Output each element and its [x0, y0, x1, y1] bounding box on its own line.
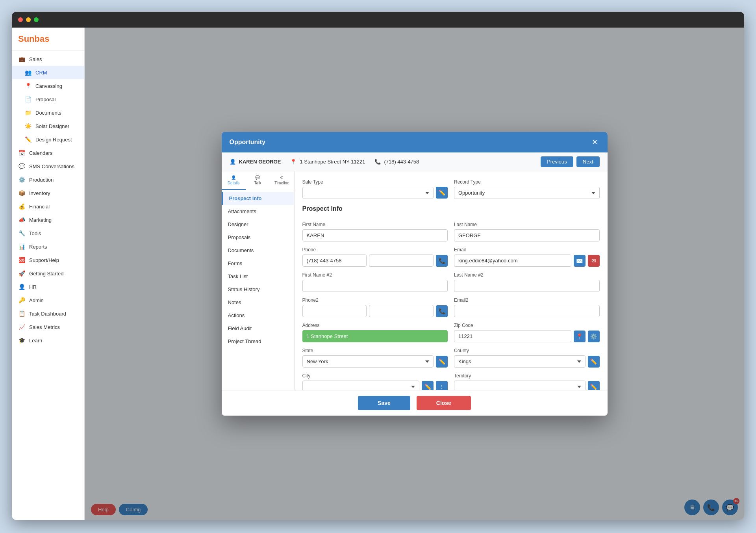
- city-more-button[interactable]: ⋮: [436, 381, 448, 390]
- first-name-input[interactable]: [302, 229, 448, 241]
- sidebar-item-learn[interactable]: 🎓 Learn: [12, 334, 84, 347]
- email-send-button[interactable]: ✉️: [574, 255, 586, 267]
- last-name-input[interactable]: [454, 229, 600, 241]
- nav-item-forms[interactable]: Forms: [222, 257, 294, 270]
- last-name-label: Last Name: [454, 222, 600, 227]
- sale-record-type-row: Sale Type ✏️ Record Type: [302, 179, 600, 199]
- city-select[interactable]: [302, 381, 420, 390]
- location-icon: 📍: [290, 159, 296, 165]
- nav-item-prospect-info[interactable]: Prospect Info: [222, 192, 294, 205]
- phone2-ext-input[interactable]: [369, 305, 434, 317]
- close-dot[interactable]: [18, 17, 23, 22]
- timeline-tab[interactable]: ⏱ Timeline: [270, 171, 294, 190]
- state-edit-button[interactable]: ✏️: [436, 356, 448, 368]
- nav-item-project-thread[interactable]: Project Thread: [222, 335, 294, 348]
- sidebar-item-reports[interactable]: 📊 Reports: [12, 240, 84, 253]
- sms-icon: 💬: [18, 163, 25, 170]
- sidebar-item-admin[interactable]: 🔑 Admin: [12, 293, 84, 307]
- sidebar-item-hr[interactable]: 👤 HR: [12, 280, 84, 293]
- sidebar-item-marketing[interactable]: 📣 Marketing: [12, 213, 84, 227]
- sidebar-item-sms[interactable]: 💬 SMS Conversations: [12, 160, 84, 173]
- nav-item-attachments[interactable]: Attachments: [222, 205, 294, 218]
- sidebar-item-sales[interactable]: 💼 Sales: [12, 52, 84, 66]
- territory-label: Territory: [454, 373, 600, 379]
- phone-call-button[interactable]: 📞: [436, 255, 448, 267]
- modal-close-button[interactable]: ✕: [590, 137, 600, 147]
- close-button[interactable]: Close: [417, 396, 471, 410]
- sidebar-item-production[interactable]: ⚙️ Production: [12, 173, 84, 186]
- phone2-input[interactable]: [302, 305, 367, 317]
- phone-info: 📞 (718) 443-4758: [374, 159, 419, 165]
- zip-map-button[interactable]: 📍: [574, 331, 586, 342]
- city-edit-button[interactable]: ✏️: [422, 381, 434, 390]
- sale-type-select[interactable]: [302, 187, 434, 199]
- sidebar-item-design-request[interactable]: ✏️ Design Request: [12, 133, 84, 146]
- city-label: City: [302, 373, 448, 379]
- sidebar-item-getting-started[interactable]: 🚀 Getting Started: [12, 267, 84, 280]
- email2-input[interactable]: [454, 305, 600, 317]
- person-icon: 👤: [230, 159, 236, 165]
- sidebar-label-calendars: Calendars: [29, 150, 52, 156]
- state-select[interactable]: New York: [302, 355, 434, 368]
- modal-backdrop: Opportunity ✕ 👤 KAREN GEORGE 📍 1 Stanhop…: [85, 28, 744, 520]
- county-edit-button[interactable]: ✏️: [588, 356, 600, 368]
- first-name2-input[interactable]: [302, 280, 448, 292]
- sidebar-item-solar-designer[interactable]: ☀️ Solar Designer: [12, 119, 84, 133]
- phone2-call-button[interactable]: 📞: [436, 305, 448, 317]
- modal-footer: Save Close: [222, 390, 608, 416]
- sidebar-label-sales-metrics: Sales Metrics: [29, 324, 60, 330]
- nav-item-status-history[interactable]: Status History: [222, 283, 294, 296]
- address-input[interactable]: [302, 330, 448, 342]
- nav-item-designer[interactable]: Designer: [222, 218, 294, 231]
- documents-icon: 📁: [24, 109, 32, 116]
- design-request-icon: ✏️: [24, 136, 32, 143]
- nav-item-proposals[interactable]: Proposals: [222, 231, 294, 244]
- next-button[interactable]: Next: [576, 156, 600, 167]
- sidebar-item-financial[interactable]: 💰 Financial: [12, 200, 84, 213]
- maximize-dot[interactable]: [34, 17, 39, 22]
- last-name2-input[interactable]: [454, 280, 600, 292]
- sidebar-item-documents[interactable]: 📁 Documents: [12, 106, 84, 119]
- record-type-select[interactable]: Opportunity Lead Customer: [454, 187, 600, 199]
- sidebar-item-sales-metrics[interactable]: 📈 Sales Metrics: [12, 320, 84, 334]
- sidebar-item-proposal[interactable]: 📄 Proposal: [12, 93, 84, 106]
- territory-select[interactable]: [454, 381, 586, 390]
- phone-ext-input[interactable]: [369, 254, 434, 267]
- nav-item-task-list[interactable]: Task List: [222, 270, 294, 283]
- phone2-label: Phone2: [302, 297, 448, 303]
- nav-item-actions[interactable]: Actions: [222, 309, 294, 322]
- nav-item-notes[interactable]: Notes: [222, 296, 294, 309]
- phone-label: Phone: [302, 247, 448, 253]
- contact-phone: (718) 443-4758: [384, 159, 419, 165]
- sales-metrics-icon: 📈: [18, 323, 25, 331]
- email-input[interactable]: [454, 254, 571, 267]
- sidebar-label-hr: HR: [29, 284, 37, 290]
- nav-item-field-audit[interactable]: Field Audit: [222, 322, 294, 335]
- county-label: County: [454, 348, 600, 353]
- sale-type-group: Sale Type ✏️: [302, 179, 448, 199]
- modal-left-nav: 👤 Details 💬 Talk ⏱ Timeline: [222, 171, 295, 390]
- nav-item-documents[interactable]: Documents: [222, 244, 294, 257]
- county-select[interactable]: Kings: [454, 355, 586, 368]
- zip-input[interactable]: [454, 330, 571, 342]
- sidebar-item-calendars[interactable]: 📅 Calendars: [12, 146, 84, 160]
- sidebar-item-canvassing[interactable]: 📍 Canvassing: [12, 79, 84, 93]
- save-button[interactable]: Save: [358, 396, 410, 410]
- sale-type-edit-button[interactable]: ✏️: [436, 187, 448, 199]
- sidebar-item-support[interactable]: 🆘 Support/Help: [12, 253, 84, 267]
- previous-button[interactable]: Previous: [541, 156, 573, 167]
- sidebar-item-crm[interactable]: 👥 CRM: [12, 66, 84, 79]
- sidebar-item-task-dashboard[interactable]: 📋 Task Dashboard: [12, 307, 84, 320]
- sidebar-label-learn: Learn: [29, 338, 42, 344]
- minimize-dot[interactable]: [26, 17, 31, 22]
- sidebar-item-tools[interactable]: 🔧 Tools: [12, 227, 84, 240]
- phone-input[interactable]: [302, 254, 367, 267]
- zip-settings-button[interactable]: ⚙️: [588, 331, 600, 342]
- email-action-button[interactable]: ✉: [588, 255, 600, 267]
- first-name2-group: First Name #2: [302, 272, 448, 292]
- details-icon: 👤: [231, 175, 236, 180]
- talk-tab[interactable]: 💬 Talk: [246, 171, 270, 190]
- sidebar-item-inventory[interactable]: 📦 Inventory: [12, 186, 84, 200]
- territory-edit-button[interactable]: ✏️: [588, 381, 600, 390]
- details-tab[interactable]: 👤 Details: [222, 171, 246, 190]
